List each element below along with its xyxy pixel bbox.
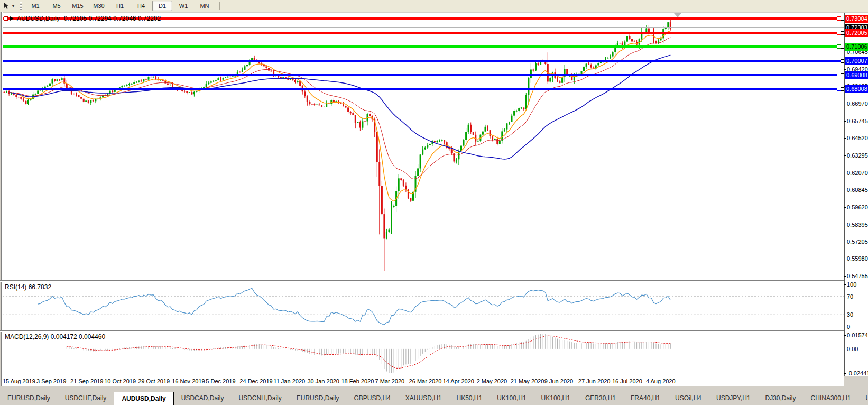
date-label: 27 Jun 2020 (578, 378, 611, 384)
chart-tab-xauusd-h1[interactable]: XAUUSD,H1 (398, 392, 449, 405)
price-tick: 0.59620 (847, 204, 868, 210)
price-tick: 0.65745 (847, 118, 868, 124)
chart-shift-marker-icon[interactable] (674, 13, 681, 17)
horizontal-line-0.71006[interactable] (3, 45, 844, 48)
chart-tab-ger30-h1[interactable]: GER30,H1 (578, 392, 623, 405)
axis-tickmark (844, 207, 846, 208)
timeframe-button-M1[interactable]: M1 (25, 1, 45, 11)
chart-tab-dj30-daily[interactable]: DJ30,Daily (758, 392, 804, 405)
date-label: 18 Feb 2020 (341, 378, 374, 384)
timeframe-button-H4[interactable]: H4 (131, 1, 151, 11)
line-axis-handle[interactable] (841, 17, 844, 21)
candlestick-chart[interactable] (3, 13, 844, 280)
horizontal-line-0.68008[interactable] (3, 88, 844, 90)
line-axis-handle[interactable] (841, 87, 844, 91)
axis-tickmark (844, 52, 846, 52)
chart-title-row: AUDUSD,Daily 0.72105 0.72294 0.72046 0.7… (4, 15, 161, 22)
chart-tab-usoil-h1[interactable]: USOil,H1 (858, 392, 868, 405)
horizontal-line-0.69008[interactable] (3, 74, 844, 76)
chart-tab-usdcad-daily[interactable]: USDCAD,Daily (174, 392, 232, 405)
date-label: 11 Jan 2020 (273, 378, 305, 384)
date-label: 21 May 2020 (511, 378, 544, 384)
chart-tab-fra40-h1[interactable]: FRA40,H1 (623, 392, 668, 405)
chart-tab-usdchf-daily[interactable]: USDCHF,Daily (58, 392, 114, 405)
horizontal-line-0.72005[interactable] (3, 32, 844, 34)
symbol-marker-icon (10, 16, 14, 21)
toolbar-separator (219, 2, 221, 10)
axis-tickmark (844, 335, 846, 336)
chart-tab-china300-h1[interactable]: CHINA300,H1 (804, 392, 858, 405)
price-tick: 0.62070 (847, 170, 868, 176)
timeframe-button-M15[interactable]: M15 (68, 1, 88, 11)
axis-tickmark (844, 242, 846, 242)
price-tick: 0.64520 (847, 135, 868, 141)
rsi-axis-label: 100 (847, 281, 856, 288)
macd-axis-label: 0.015741 (847, 332, 868, 338)
price-axis[interactable]: 0.718700.706450.694200.681950.669700.657… (844, 13, 868, 376)
axis-tickmark (844, 225, 846, 225)
chart-tab-uk100-h1[interactable]: UK100,H1 (490, 392, 533, 405)
chevron-down-icon[interactable]: ▾ (12, 4, 14, 8)
candle-wicks (4, 20, 670, 271)
axis-tickmark (844, 138, 846, 139)
rsi-axis-label: 70 (847, 293, 853, 300)
cursor-tool-icon[interactable] (2, 2, 12, 10)
chart-tab-bar: EURUSD,DailyUSDCHF,DailyAUDUSD,DailyUSDC… (0, 392, 868, 405)
timeframe-button-M30[interactable]: M30 (89, 1, 109, 11)
macd-indicator-plot[interactable]: MACD(12,26,9) 0.004172 0.004460 (3, 331, 844, 376)
line-price-label: 0.68008 (845, 85, 868, 93)
date-label: 21 Sep 2019 (70, 378, 103, 384)
macd-signal-line (67, 336, 670, 368)
date-label: 24 Dec 2019 (239, 378, 272, 384)
timeframe-button-M5[interactable]: M5 (47, 1, 67, 11)
chart-tab-uk100-h1[interactable]: UK100,H1 (534, 392, 578, 405)
timeframe-button-MN[interactable]: MN (195, 1, 215, 11)
chart-tab-audusd-daily[interactable]: AUDUSD,Daily (114, 392, 173, 405)
timeframe-button-H1[interactable]: H1 (110, 1, 130, 11)
chart-title: AUDUSD,Daily (17, 15, 60, 22)
line-left-handle[interactable] (4, 16, 8, 21)
rsi-indicator-plot[interactable]: RSI(14) 66.7832 (3, 281, 844, 330)
chart-tab-eurusd-daily[interactable]: EURUSD,Daily (0, 392, 58, 405)
chart-tab-usdjpy-h1[interactable]: USDJPY,H1 (709, 392, 758, 405)
axis-tickmark (844, 259, 846, 259)
chart-tab-eurusd-daily[interactable]: EURUSD,Daily (289, 392, 347, 405)
main-chart-plot[interactable]: AUDUSD,Daily 0.72105 0.72294 0.72046 0.7… (3, 13, 844, 280)
axis-tickmark (844, 104, 846, 104)
line-price-label: 0.72005 (845, 29, 868, 37)
line-axis-handle[interactable] (841, 45, 844, 49)
moving-average-lines (9, 31, 670, 201)
candle-bodies (4, 22, 671, 238)
current-price-line (3, 27, 844, 28)
line-price-label: 0.70007 (845, 57, 868, 65)
rsi-chart[interactable] (3, 281, 844, 330)
chart-tab-hk50-h1[interactable]: HK50,H1 (449, 392, 490, 405)
timeframe-button-W1[interactable]: W1 (173, 1, 193, 11)
line-axis-handle[interactable] (841, 31, 844, 35)
axis-tickmark (844, 121, 846, 122)
timeframe-toolbar: ▾ M1M5M15M30H1H4D1W1MN (0, 0, 868, 12)
date-label: 16 Nov 2019 (172, 378, 205, 384)
line-axis-handle[interactable] (841, 59, 844, 63)
chart-tab-gbpusd-h4[interactable]: GBPUSD,H4 (346, 392, 398, 405)
chart-tab-usoil-h4[interactable]: USOil,H4 (668, 392, 709, 405)
rsi-level-lines (3, 297, 844, 315)
chart-tab-usdcnh-daily[interactable]: USDCNH,Daily (231, 392, 289, 405)
date-label: 9 Jun 2020 (544, 378, 573, 384)
date-axis[interactable]: 15 Aug 20193 Sep 201921 Sep 201910 Oct 2… (3, 376, 844, 386)
axis-tickmark (844, 297, 846, 297)
timeframe-button-D1[interactable]: D1 (152, 1, 172, 11)
price-tick: 0.57205 (847, 238, 868, 245)
macd-label: MACD(12,26,9) 0.004172 0.004460 (5, 333, 105, 340)
macd-chart[interactable] (3, 331, 844, 376)
axis-tickmark (844, 327, 846, 327)
macd-axis-label: 0.00 (847, 346, 858, 352)
line-axis-handle[interactable] (841, 73, 844, 77)
axis-tickmark (844, 315, 846, 315)
axis-tickmark (844, 173, 846, 173)
horizontal-line-0.70007[interactable] (3, 60, 844, 62)
line-price-label: 0.71006 (845, 43, 868, 51)
chart-ohlc-values: 0.72105 0.72294 0.72046 0.72202 (64, 15, 161, 22)
line-price-label: 0.73004 (845, 15, 868, 23)
price-tick: 0.55980 (847, 255, 868, 262)
